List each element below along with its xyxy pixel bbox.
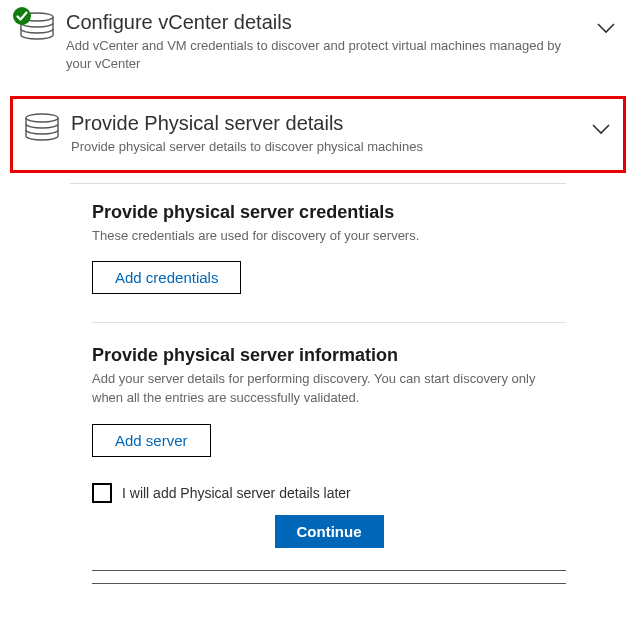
- vcenter-step-text: Configure vCenter details Add vCenter an…: [66, 10, 586, 72]
- continue-button[interactable]: Continue: [275, 515, 384, 548]
- step-configure-vcenter[interactable]: Configure vCenter details Add vCenter an…: [10, 6, 626, 82]
- vcenter-step-icon-wrap: [18, 12, 56, 48]
- add-credentials-button[interactable]: Add credentials: [92, 261, 241, 294]
- credentials-section: Provide physical server credentials Thes…: [92, 202, 566, 295]
- vcenter-step-subtitle: Add vCenter and VM credentials to discov…: [66, 37, 586, 72]
- chevron-down-icon[interactable]: [589, 117, 613, 145]
- database-icon: [18, 30, 56, 47]
- info-title: Provide physical server information: [92, 345, 566, 366]
- add-later-label: I will add Physical server details later: [122, 485, 351, 501]
- chevron-down-icon[interactable]: [594, 16, 618, 44]
- credentials-subtitle: These credentials are used for discovery…: [92, 227, 566, 246]
- physical-step-title: Provide Physical server details: [71, 111, 581, 136]
- step-physical-highlight: Provide Physical server details Provide …: [10, 96, 626, 173]
- info-section: Provide physical server information Add …: [92, 345, 566, 457]
- add-server-button[interactable]: Add server: [92, 424, 211, 457]
- svg-point-2: [26, 114, 58, 122]
- step-provide-physical[interactable]: Provide Physical server details Provide …: [23, 111, 613, 156]
- physical-details-content: Provide physical server credentials Thes…: [10, 184, 626, 549]
- add-later-checkbox[interactable]: [92, 483, 112, 503]
- database-icon: [23, 131, 61, 148]
- physical-step-subtitle: Provide physical server details to disco…: [71, 138, 581, 156]
- inner-divider: [92, 322, 566, 323]
- credentials-title: Provide physical server credentials: [92, 202, 566, 223]
- info-subtitle: Add your server details for performing d…: [92, 370, 566, 408]
- svg-point-1: [13, 7, 31, 25]
- check-success-icon: [12, 6, 32, 26]
- add-later-checkbox-row: I will add Physical server details later: [92, 483, 566, 503]
- physical-step-text: Provide Physical server details Provide …: [71, 111, 581, 156]
- separator-line: [92, 583, 566, 584]
- vcenter-step-title: Configure vCenter details: [66, 10, 586, 35]
- bottom-separators: [92, 570, 566, 584]
- physical-step-icon-wrap: [23, 113, 61, 149]
- separator-line: [92, 570, 566, 571]
- continue-row: Continue: [92, 515, 566, 548]
